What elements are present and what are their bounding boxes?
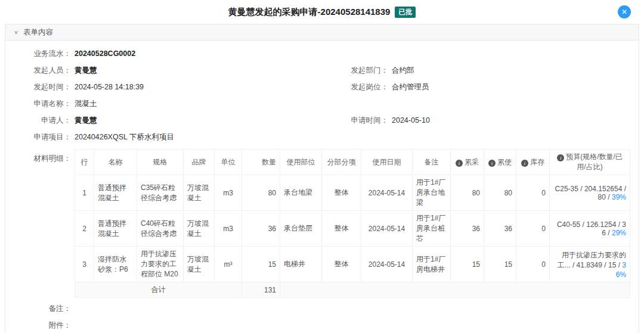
- cell-use-date: 2024-05-14: [361, 247, 413, 282]
- cell-remark: 用于1#厂房承台桩芯: [413, 211, 451, 247]
- cell-use-part: 电梯井: [280, 247, 322, 282]
- cell-spec: C35碎石粒径综合考虑: [137, 175, 184, 211]
- field-apply-time: 申请时间： 2024-05-10: [326, 116, 639, 125]
- cell-subsection: 整体: [322, 247, 361, 282]
- cell-row: 3: [75, 247, 94, 282]
- field-value-init-time: 2024-05-28 14:18:39: [75, 82, 144, 92]
- attachment-label: 附件：: [5, 320, 71, 331]
- col-unit: 单位: [215, 150, 242, 175]
- material-row: 2 普通预拌混凝土 C40碎石粒径综合考虑 万坡混凝土 m3 36 承台垫层 整…: [75, 211, 630, 247]
- cell-subsection: 整体: [322, 211, 361, 247]
- field-apply-name: 申请名称： 混凝土: [5, 99, 326, 108]
- materials-header-row: 行 名称 规格 品牌 单位 数量 使用部位 分部分项 使用日期 备注 i累采 i…: [75, 150, 630, 175]
- field-label-init-time: 发起时间：: [5, 82, 71, 92]
- chevron-down-icon: ∨: [14, 29, 18, 35]
- field-biz-no: 业务流水： 20240528CG0002: [5, 49, 326, 58]
- field-label-apply-time: 申请时间：: [326, 116, 388, 125]
- col-use-date: 使用日期: [361, 150, 413, 175]
- cell-cum-used: 80: [484, 175, 516, 211]
- cell-cum-used: 15: [484, 247, 516, 282]
- cell-brand: 万坡混凝土: [184, 247, 215, 282]
- cell-qty: 36: [242, 211, 280, 247]
- field-init-time: 发起时间： 2024-05-28 14:18:39: [5, 82, 326, 92]
- field-initiator: 发起人员： 黄曼慧: [5, 66, 326, 75]
- col-remark: 备注: [413, 150, 451, 175]
- info-icon: i: [488, 160, 496, 167]
- cell-stock: 0: [516, 211, 550, 247]
- field-label-init-dept: 发起部门：: [326, 66, 388, 75]
- cell-use-date: 2024-05-14: [361, 211, 413, 247]
- cell-remark: 用于1#厂房承台地梁: [413, 175, 451, 211]
- cell-name: 普通预拌混凝土: [94, 211, 137, 247]
- budget-percent: 29%: [612, 229, 626, 237]
- info-icon: i: [456, 160, 463, 167]
- dialog-titlebar: 黄曼慧发起的采购申请-20240528141839 已批 ✕: [0, 0, 644, 24]
- close-button[interactable]: ✕: [618, 5, 631, 18]
- field-value-init-dept: 合约部: [392, 66, 414, 75]
- field-label-biz-no: 业务流水：: [5, 49, 71, 58]
- col-brand: 品牌: [184, 150, 215, 175]
- materials-table: 行 名称 规格 品牌 单位 数量 使用部位 分部分项 使用日期 备注 i累采 i…: [75, 149, 630, 298]
- field-project: 申请项目： 20240426XQSL 下桥水利项目: [5, 132, 326, 142]
- total-qty: 131: [242, 282, 280, 298]
- cell-use-date: 2024-05-14: [361, 175, 413, 211]
- close-icon: ✕: [621, 8, 627, 15]
- field-label-initiator: 发起人员：: [5, 66, 71, 75]
- cell-unit: m³: [215, 247, 242, 282]
- col-use-part: 使用部位: [280, 150, 322, 175]
- cell-brand: 万坡混凝土: [184, 211, 215, 247]
- field-value-init-post: 合约管理员: [392, 82, 429, 92]
- cell-cum-purchased: 15: [451, 247, 484, 282]
- materials-total-row: 合计 131: [75, 282, 630, 298]
- attachment-row: 附件：: [5, 320, 639, 331]
- cell-budget: 用于抗渗压力要求的工... / 41.8349 / 15 / 36%: [550, 247, 630, 282]
- section-toggle-form-content[interactable]: ∨ 表单内容: [5, 24, 639, 41]
- page-title: 黄曼慧发起的采购申请-20240528141839: [228, 7, 391, 18]
- cell-brand: 万坡混凝土: [184, 175, 215, 211]
- field-value-biz-no: 20240528CG0002: [75, 49, 135, 58]
- remark-label: 备注：: [5, 304, 71, 314]
- section-title: 表单内容: [23, 27, 53, 38]
- col-qty: 数量: [242, 150, 280, 175]
- col-row: 行: [75, 150, 94, 175]
- field-applicant: 申请人： 黄曼慧: [5, 116, 326, 125]
- cell-use-part: 承台地梁: [280, 175, 322, 211]
- material-row: 1 普通预拌混凝土 C35碎石粒径综合考虑 万坡混凝土 m3 80 承台地梁 整…: [75, 175, 630, 211]
- cell-cum-purchased: 80: [451, 175, 484, 211]
- field-label-init-post: 发起岗位：: [326, 82, 388, 92]
- info-icon: i: [521, 160, 528, 167]
- field-value-apply-time: 2024-05-10: [392, 116, 430, 125]
- status-badge: 已批: [395, 7, 416, 18]
- cell-name: 普通预拌混凝土: [94, 175, 137, 211]
- col-budget: i预算(规格/数量/已用/占比): [550, 150, 630, 175]
- field-value-initiator: 黄曼慧: [75, 66, 97, 75]
- cell-stock: 0: [516, 175, 550, 211]
- remark-row: 备注：: [5, 304, 639, 314]
- field-label-project: 申请项目：: [5, 132, 71, 142]
- material-row: 3 湿拌防水砂浆：P6 用于抗渗压力要求的工程部位 M20 万坡混凝土 m³ 1…: [75, 247, 630, 282]
- col-cum-used: i累使: [484, 150, 516, 175]
- cell-row: 2: [75, 211, 94, 247]
- field-init-post: 发起岗位： 合约管理员: [326, 82, 639, 92]
- cell-spec: C40碎石粒径综合考虑: [137, 211, 184, 247]
- cell-subsection: 整体: [322, 175, 361, 211]
- field-value-applicant: 黄曼慧: [75, 116, 97, 125]
- cell-budget: C40-55 / 126.1254 / 36 / 29%: [550, 211, 630, 247]
- col-name: 名称: [94, 150, 137, 175]
- cell-name: 湿拌防水砂浆：P6: [94, 247, 137, 282]
- field-value-project: 20240426XQSL 下桥水利项目: [75, 132, 174, 142]
- budget-percent: 39%: [612, 193, 626, 201]
- cell-use-part: 承台垫层: [280, 211, 322, 247]
- col-spec: 规格: [137, 150, 184, 175]
- col-cum-purchased: i累采: [451, 150, 484, 175]
- cell-stock: 0: [516, 247, 550, 282]
- materials-label: 材料明细：: [5, 149, 71, 164]
- total-label: 合计: [75, 282, 242, 298]
- cell-unit: m3: [215, 175, 242, 211]
- info-icon: i: [557, 154, 564, 161]
- col-subsection: 分部分项: [322, 150, 361, 175]
- cell-cum-purchased: 36: [451, 211, 484, 247]
- cell-budget: C25-35 / 204.152654 / 80 / 39%: [550, 175, 630, 211]
- field-label-apply-name: 申请名称：: [5, 99, 71, 108]
- cell-cum-used: 36: [484, 211, 516, 247]
